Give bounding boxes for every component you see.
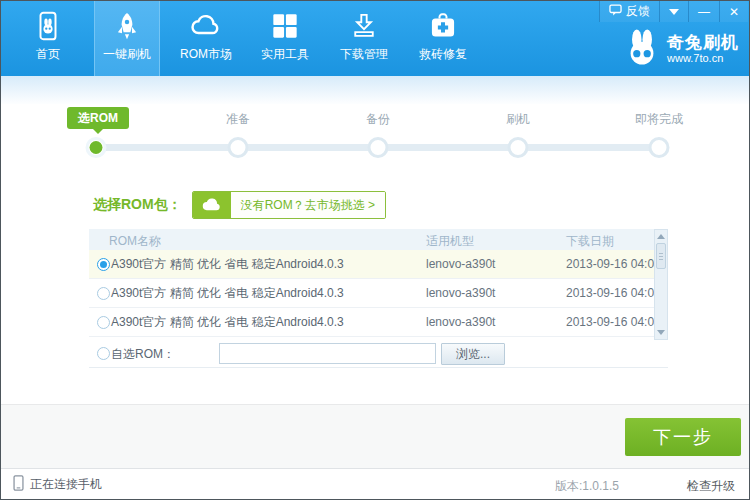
scroll-up-icon[interactable] (657, 234, 665, 239)
first-aid-kit-icon (427, 10, 459, 42)
flash-progress-steps: 选ROM 准备 备份 刷机 即将完成 (1, 104, 749, 168)
column-header-date: 下载日期 (566, 233, 614, 250)
rom-list-table: ROM名称 适用机型 下载日期 A390t官方 精简 优化 省电 稳定Andro… (89, 229, 668, 337)
rocket-icon (111, 10, 143, 42)
nav-item-one-key-flash[interactable]: 一键刷机 (94, 1, 160, 76)
download-icon (348, 10, 380, 42)
phone-rabbit-icon (32, 10, 64, 42)
rom-date-cell: 2013-09-16 04:06 (566, 308, 661, 337)
custom-rom-radio[interactable] (97, 347, 110, 360)
rom-date-cell: 2013-09-16 04:06 (566, 279, 661, 308)
nav-label: 一键刷机 (103, 46, 151, 63)
brand-name: 奇兔刷机 (667, 33, 739, 52)
rom-radio-selected[interactable] (97, 258, 110, 271)
brand-site: www.7to.cn (667, 52, 739, 65)
minimize-button[interactable]: — (688, 1, 719, 22)
go-to-market-button[interactable]: 没有ROM？去市场挑选 > (192, 191, 386, 219)
current-step-badge: 选ROM (67, 107, 129, 129)
table-row[interactable]: A390t官方 精简 优化 省电 稳定Android4.0.3 lenovo-a… (89, 250, 668, 279)
cloud-icon (190, 10, 222, 42)
step-node-prepare (228, 137, 249, 158)
rom-radio[interactable] (97, 316, 110, 329)
speech-bubble-icon (609, 4, 622, 19)
step-label-backup: 备份 (366, 111, 390, 128)
scroll-down-icon[interactable] (657, 330, 665, 335)
table-row[interactable]: A390t官方 精简 优化 省电 稳定Android4.0.3 lenovo-a… (89, 279, 668, 308)
choose-rom-label: 选择ROM包： (93, 196, 182, 214)
table-row[interactable]: A390t官方 精简 优化 省电 稳定Android4.0.3 lenovo-a… (89, 308, 668, 337)
column-header-rom-name: ROM名称 (109, 233, 161, 250)
caret-down-icon (669, 9, 679, 15)
app-window: 首页 一键刷机 ROM市场 实用工具 (0, 0, 750, 500)
action-bar: 下一步 (1, 404, 749, 468)
go-to-market-label: 没有ROM？去市场挑选 > (231, 192, 385, 218)
nav-item-download-manager[interactable]: 下载管理 (331, 1, 397, 76)
header-fade-band (1, 76, 749, 104)
nav-item-rom-market[interactable]: ROM市场 (173, 1, 239, 76)
step-node-rom (86, 137, 107, 158)
custom-rom-row: 自选ROM： 浏览... (89, 340, 668, 368)
brand-logo: 奇兔刷机 www.7to.cn (623, 28, 739, 70)
cloud-icon (193, 192, 231, 218)
custom-rom-label: 自选ROM： (111, 340, 175, 368)
connection-status: 正在连接手机 (13, 469, 102, 500)
nav-label: ROM市场 (180, 46, 232, 63)
nav-item-tools[interactable]: 实用工具 (252, 1, 318, 76)
step-node-backup (368, 137, 389, 158)
rom-model-cell: lenovo-a390t (426, 308, 495, 337)
nav-label: 下载管理 (340, 46, 388, 63)
rom-name-cell: A390t官方 精简 优化 省电 稳定Android4.0.3 (111, 250, 344, 279)
table-header-row: ROM名称 适用机型 下载日期 (89, 229, 668, 250)
rabbit-logo-icon (623, 28, 661, 70)
rom-date-cell: 2013-09-16 04:06 (566, 250, 661, 279)
browse-button[interactable]: 浏览... (441, 343, 505, 365)
rom-radio[interactable] (97, 287, 110, 300)
statusbar: 正在连接手机 版本:1.0.1.5 检查升级 (1, 468, 749, 499)
next-step-button[interactable]: 下一步 (625, 418, 741, 456)
main-nav: 首页 一键刷机 ROM市场 实用工具 (15, 1, 489, 76)
connection-status-text: 正在连接手机 (30, 476, 102, 493)
feedback-button[interactable]: 反馈 (599, 1, 659, 22)
rom-model-cell: lenovo-a390t (426, 279, 495, 308)
rom-picker-bar: 选择ROM包： 没有ROM？去市场挑选 > (93, 191, 386, 219)
nav-item-home[interactable]: 首页 (15, 1, 81, 76)
nav-label: 救砖修复 (419, 46, 467, 63)
app-header: 首页 一键刷机 ROM市场 实用工具 (1, 1, 749, 76)
close-button[interactable]: ✕ (719, 1, 748, 22)
check-update-link[interactable]: 检查升级 (687, 478, 735, 495)
nav-item-brick-repair[interactable]: 救砖修复 (410, 1, 476, 76)
titlebar-controls: 反馈 — ✕ (599, 1, 748, 22)
grid-icon (269, 10, 301, 42)
step-node-flash (508, 137, 529, 158)
feedback-label: 反馈 (626, 3, 650, 20)
rom-name-cell: A390t官方 精简 优化 省电 稳定Android4.0.3 (111, 308, 344, 337)
menu-dropdown-button[interactable] (659, 1, 688, 22)
step-node-finish (649, 137, 670, 158)
step-label-flash: 刷机 (506, 111, 530, 128)
phone-icon (13, 475, 24, 494)
rom-model-cell: lenovo-a390t (426, 250, 495, 279)
table-scrollbar[interactable] (654, 229, 668, 340)
nav-label: 实用工具 (261, 46, 309, 63)
step-label-prepare: 准备 (226, 111, 250, 128)
step-label-finish: 即将完成 (635, 111, 683, 128)
scrollbar-thumb[interactable] (656, 243, 666, 269)
rom-name-cell: A390t官方 精简 优化 省电 稳定Android4.0.3 (111, 279, 344, 308)
nav-label: 首页 (36, 46, 60, 63)
column-header-model: 适用机型 (426, 233, 474, 250)
custom-rom-path-input[interactable] (219, 343, 436, 364)
version-label: 版本:1.0.1.5 (555, 478, 619, 495)
